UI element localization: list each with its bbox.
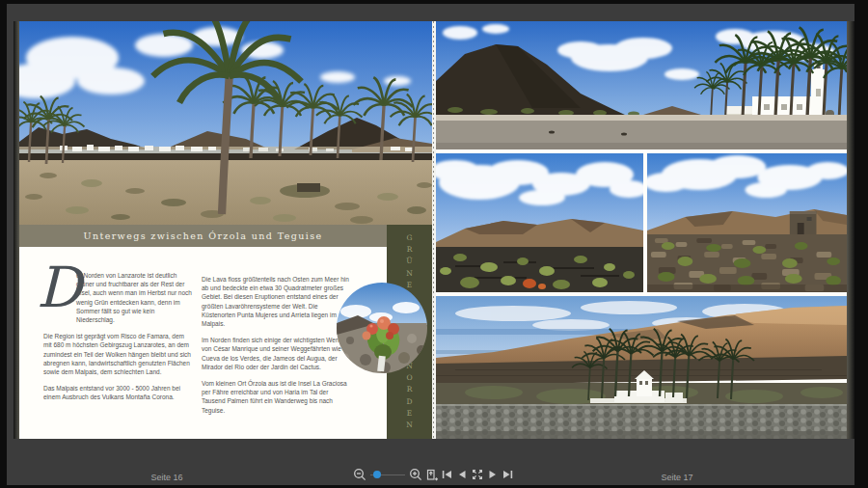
first-page-icon: [440, 467, 453, 482]
paragraph: Die Lava floss größtenteils nach Osten z…: [202, 275, 352, 328]
window-frame-top: [0, 0, 868, 4]
zoom-in-icon: [409, 467, 422, 482]
page-number-left: Seite 16: [133, 473, 201, 482]
paragraph: Das Malpais entstand vor 3000 - 5000 Jah…: [43, 384, 194, 401]
side-strip-label-bottom: NORDEN: [405, 362, 414, 432]
first-page-button[interactable]: [440, 467, 453, 482]
fold-dotted-line: [433, 21, 434, 439]
photo-cactus-fruit-circle[interactable]: [337, 283, 427, 373]
paragraph: Vom kleinen Ort Órzola aus ist die Insel…: [202, 379, 352, 415]
next-page-icon: [486, 467, 500, 482]
paragraph: Die Region ist geprägt vom Risco de Fama…: [43, 332, 194, 376]
viewer-controls: [353, 467, 515, 482]
fit-page-icon: [424, 467, 438, 482]
window-frame-left: [0, 0, 7, 488]
next-page-button[interactable]: [486, 467, 500, 482]
zoom-in-button[interactable]: [409, 467, 422, 482]
article-column-1: er Norden von Lanzarote ist deutlich grü…: [43, 271, 194, 410]
photo-palm-village-landscape[interactable]: [19, 21, 432, 225]
chapter-title: Unterwegs zwischen Órzola und Teguise: [84, 230, 323, 241]
photo-haria-valley-church[interactable]: [436, 296, 847, 439]
last-page-icon: [502, 467, 515, 482]
zoom-slider[interactable]: [368, 467, 407, 482]
fullscreen-button[interactable]: [471, 467, 484, 482]
page-stack-edge-right: [847, 21, 854, 439]
page-left: Unterwegs zwischen Órzola und Teguise GR…: [14, 21, 432, 439]
page-right: [436, 21, 854, 439]
chapter-title-bar: Unterwegs zwischen Órzola und Teguise: [19, 225, 387, 247]
zoom-slider-handle[interactable]: [373, 471, 381, 478]
photobook-viewer: Unterwegs zwischen Órzola und Teguise GR…: [0, 0, 868, 488]
last-page-button[interactable]: [502, 467, 515, 482]
paragraph: Im Norden finden sich einige der wichtig…: [202, 336, 352, 371]
fit-page-button[interactable]: [424, 467, 438, 482]
zoom-out-icon: [353, 467, 366, 482]
page-number-right: Seite 17: [643, 473, 711, 482]
photo-lava-field-clouds[interactable]: [436, 153, 643, 292]
photo-stone-walls-vineyard[interactable]: [647, 153, 847, 292]
fullscreen-icon: [471, 467, 484, 482]
article-column-2: Die Lava floss größtenteils nach Osten z…: [202, 275, 352, 422]
previous-page-button[interactable]: [455, 467, 469, 482]
zoom-out-button[interactable]: [353, 467, 366, 482]
window-frame-right: [854, 0, 868, 488]
paragraph: er Norden von Lanzarote ist deutlich grü…: [76, 271, 194, 324]
photo-volcano-white-church[interactable]: [436, 21, 847, 149]
previous-page-icon: [455, 467, 469, 482]
